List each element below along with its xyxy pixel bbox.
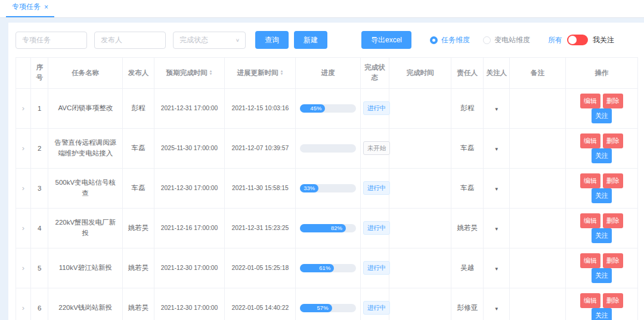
remark bbox=[510, 88, 566, 128]
status-badge: 未开始 bbox=[363, 141, 391, 155]
expected-time: 2025-11-30 17:00:00 bbox=[154, 128, 225, 168]
follower-dropdown-icon[interactable]: ▼ bbox=[494, 226, 499, 232]
publisher: 彭程 bbox=[123, 88, 154, 128]
progress-label: 33% bbox=[304, 185, 318, 191]
row-index: 3 bbox=[31, 168, 48, 208]
tab-bar: 专项任务 × bbox=[0, 0, 644, 18]
progress-label: 61% bbox=[319, 265, 334, 271]
delete-button[interactable]: 删除 bbox=[603, 213, 623, 228]
progress-fill: 33% bbox=[300, 184, 318, 192]
row-expand-cell: › bbox=[16, 128, 31, 168]
follower-cell: ▼ bbox=[484, 248, 510, 288]
expected-time: 2021-12-16 17:00:00 bbox=[154, 208, 225, 248]
header-index: 序号 bbox=[31, 58, 48, 89]
follow-button[interactable]: 关注 bbox=[592, 268, 612, 283]
status-cell: 进行中 bbox=[360, 88, 389, 128]
row-expand-cell: › bbox=[16, 288, 31, 320]
table-row: ›2告警直传远程调阅源端维护变电站接入车磊2025-11-30 17:00:00… bbox=[16, 128, 638, 168]
sort-down-icon[interactable]: ▼ bbox=[209, 73, 213, 76]
follower-dropdown-icon[interactable]: ▼ bbox=[494, 266, 499, 272]
row-expand-cell: › bbox=[16, 248, 31, 288]
tab-label: 专项任务 bbox=[12, 2, 41, 12]
row-index: 1 bbox=[31, 88, 48, 128]
publisher: 姚若昊 bbox=[123, 248, 154, 288]
expand-row-icon[interactable]: › bbox=[22, 104, 24, 113]
updated-time: 2021-12-07 10:39:57 bbox=[225, 128, 296, 168]
follower-cell: ▼ bbox=[484, 88, 510, 128]
actions-cell: 编辑删除关注 bbox=[565, 88, 637, 128]
status-badge: 进行中 bbox=[363, 301, 391, 315]
radio-task-dimension[interactable]: 任务维度 bbox=[430, 35, 470, 45]
query-button[interactable]: 查询 bbox=[255, 31, 289, 49]
follow-mine-label: 我关注 bbox=[593, 35, 614, 45]
owner: 吴越 bbox=[451, 248, 484, 288]
edit-button[interactable]: 编辑 bbox=[580, 94, 600, 108]
expand-row-icon[interactable]: › bbox=[22, 144, 24, 153]
publisher: 姚若昊 bbox=[123, 208, 154, 248]
follow-toggle-switch[interactable] bbox=[567, 35, 588, 45]
edit-button[interactable]: 编辑 bbox=[580, 173, 600, 188]
progress-bar bbox=[300, 144, 355, 153]
status-cell: 进行中 bbox=[360, 168, 389, 208]
follower-dropdown-icon[interactable]: ▼ bbox=[494, 306, 499, 312]
follow-button[interactable]: 关注 bbox=[592, 108, 612, 123]
expand-row-icon[interactable]: › bbox=[22, 263, 24, 272]
publisher-filter-input[interactable] bbox=[94, 32, 166, 49]
status-badge: 进行中 bbox=[363, 181, 391, 195]
sort-icons[interactable]: ▲ ▼ bbox=[280, 70, 283, 76]
task-name-filter-input[interactable] bbox=[16, 32, 87, 49]
progress-cell: 61% bbox=[296, 248, 360, 288]
actions-cell: 编辑删除关注 bbox=[565, 128, 637, 168]
header-progress: 进度 bbox=[296, 58, 360, 89]
expand-row-icon[interactable]: › bbox=[22, 223, 24, 232]
sort-icons[interactable]: ▲ ▼ bbox=[209, 70, 213, 76]
expand-row-icon[interactable]: › bbox=[22, 303, 24, 312]
follow-button[interactable]: 关注 bbox=[592, 148, 612, 163]
delete-button[interactable]: 删除 bbox=[603, 253, 623, 268]
follower-dropdown-icon[interactable]: ▼ bbox=[494, 187, 499, 192]
follower-dropdown-icon[interactable]: ▼ bbox=[494, 147, 499, 152]
header-remark: 备注 bbox=[510, 58, 566, 89]
delete-button[interactable]: 删除 bbox=[603, 173, 623, 188]
delete-button[interactable]: 删除 bbox=[603, 293, 623, 308]
updated-time: 2022-01-05 15:25:18 bbox=[225, 248, 296, 288]
follower-cell: ▼ bbox=[484, 168, 510, 208]
status-filter-select[interactable]: 完成状态 ∨ bbox=[173, 32, 246, 49]
radio-substation-dimension[interactable]: 变电站维度 bbox=[483, 35, 530, 45]
header-expected-time[interactable]: 预期完成时间 ▲ ▼ bbox=[154, 58, 225, 89]
progress-bar: 57% bbox=[300, 304, 355, 312]
header-updated-time[interactable]: 进展更新时间 ▲ ▼ bbox=[225, 58, 296, 89]
follow-button[interactable]: 关注 bbox=[592, 228, 612, 243]
expand-row-icon[interactable]: › bbox=[22, 184, 24, 192]
tab-special-tasks[interactable]: 专项任务 × bbox=[6, 0, 54, 17]
actions-cell: 编辑删除关注 bbox=[565, 248, 637, 288]
progress-bar: 45% bbox=[300, 104, 355, 113]
delete-button[interactable]: 删除 bbox=[603, 133, 623, 148]
progress-cell: 82% bbox=[296, 208, 360, 248]
table-row: ›3500kV变电站信号核查车磊2021-12-30 17:00:002021-… bbox=[16, 168, 638, 208]
remark bbox=[510, 128, 566, 168]
task-name: AVC闭锁事项整改 bbox=[48, 88, 123, 128]
tab-close-icon[interactable]: × bbox=[44, 4, 48, 11]
task-name: 500kV变电站信号核查 bbox=[48, 168, 123, 208]
edit-button[interactable]: 编辑 bbox=[580, 253, 600, 268]
header-owner: 责任人 bbox=[451, 58, 484, 89]
task-name: 220kV钱岗站新投 bbox=[48, 288, 123, 320]
table-header-row: 序号 任务名称 发布人 预期完成时间 ▲ ▼ 进展更新时间 bbox=[16, 58, 638, 89]
export-excel-button[interactable]: 导出excel bbox=[361, 31, 411, 49]
edit-button[interactable]: 编辑 bbox=[580, 293, 600, 308]
sort-down-icon[interactable]: ▼ bbox=[280, 73, 283, 76]
updated-time: 2021-11-30 15:58:15 bbox=[225, 168, 296, 208]
edit-button[interactable]: 编辑 bbox=[580, 133, 600, 148]
follow-button[interactable]: 关注 bbox=[592, 308, 612, 320]
header-actions: 操作 bbox=[565, 58, 637, 89]
create-button[interactable]: 新建 bbox=[294, 31, 327, 49]
table-row: ›4220kV蟹围发电厂新投姚若昊2021-12-16 17:00:002021… bbox=[16, 208, 638, 248]
delete-button[interactable]: 删除 bbox=[603, 94, 623, 108]
finished-time bbox=[389, 248, 451, 288]
edit-button[interactable]: 编辑 bbox=[580, 213, 600, 228]
follower-dropdown-icon[interactable]: ▼ bbox=[494, 107, 499, 112]
remark bbox=[510, 248, 566, 288]
follow-button[interactable]: 关注 bbox=[592, 188, 612, 203]
status-cell: 进行中 bbox=[360, 208, 389, 248]
